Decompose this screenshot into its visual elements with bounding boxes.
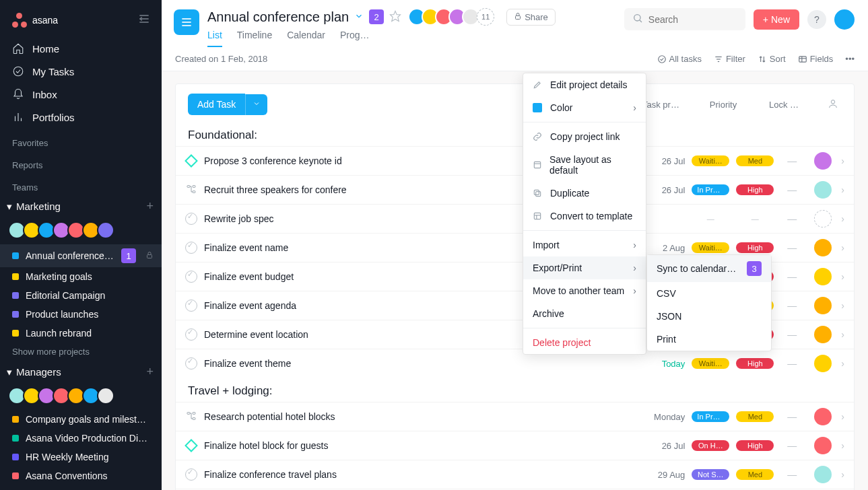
priority-pill[interactable]: High [736,358,774,369]
menu-delete-project[interactable]: Delete project [523,331,646,354]
reports-label[interactable]: Reports [0,151,162,173]
assignee-avatar[interactable] [814,152,832,170]
menu-json[interactable]: JSON [647,305,771,328]
lock-cell[interactable]: — [780,440,803,451]
nav-home[interactable]: Home [0,37,162,60]
col-lock[interactable]: Lock … [764,100,804,110]
sidebar-project-item[interactable]: Asana Video Production Di… [0,429,162,448]
assignee-avatar[interactable] [814,437,832,454]
complete-toggle-icon[interactable] [185,357,197,370]
task-name[interactable]: Finalize event theme [204,358,638,369]
assignee-avatar[interactable] [814,466,832,483]
lock-cell[interactable]: — [780,184,803,195]
lock-cell[interactable]: — [780,271,803,282]
sort-button[interactable]: Sort [758,54,786,64]
progress-pill[interactable]: Waiti… [692,155,729,166]
due-date[interactable]: 26 Jul [644,185,685,195]
priority-pill[interactable]: Med [736,155,774,166]
lock-cell[interactable]: — [780,469,803,480]
chevron-right-icon[interactable]: › [841,469,844,480]
progress-pill[interactable]: On H… [692,440,729,451]
sidebar-project-item[interactable]: Launch rebrand [0,324,162,343]
menu-archive[interactable]: Archive [523,302,646,325]
fields-button[interactable]: Fields [798,54,834,64]
team-marketing-avatars[interactable] [0,217,162,244]
task-row[interactable]: Propose 3 conference keynote id 1 26 Jul… [176,146,854,175]
nav-portfolios[interactable]: Portfolios [0,106,162,129]
help-button[interactable]: ? [807,10,826,29]
due-date[interactable]: Today [644,359,685,369]
task-name[interactable]: Research potential hotel blocks [204,411,638,422]
filter-all-tasks[interactable]: All tasks [657,54,702,64]
nav-inbox[interactable]: Inbox [0,83,162,106]
progress-pill[interactable]: Waiti… [692,242,729,253]
sidebar-project-item[interactable]: Editorial Campaign [0,286,162,305]
task-row[interactable]: Finalize hotel block for guests 26 Jul O… [176,431,854,460]
lock-cell[interactable]: — [780,242,803,253]
task-row[interactable]: Rewrite job spec — — — › [176,204,854,233]
due-date[interactable]: 29 Aug [644,470,685,480]
add-project-icon[interactable]: + [146,365,154,379]
chevron-right-icon[interactable]: › [841,155,844,166]
team-marketing-header[interactable]: ▾Marketing + [0,195,162,217]
chevron-right-icon[interactable]: › [841,242,844,253]
sidebar-project-item[interactable]: Asana Conventions [0,466,162,485]
chevron-right-icon[interactable]: › [841,329,844,340]
add-project-icon[interactable]: + [146,199,154,213]
tab-calendar[interactable]: Calendar [287,30,325,47]
lock-cell[interactable]: — [780,213,803,224]
menu-import[interactable]: Import› [523,234,646,256]
complete-toggle-icon[interactable] [185,328,197,341]
priority-pill[interactable]: Med [736,469,774,480]
task-row[interactable]: Research potential hotel blocks Monday I… [176,402,854,431]
progress-pill[interactable]: Waiti… [692,358,729,369]
chevron-right-icon[interactable]: › [841,358,844,369]
sidebar-project-item[interactable]: Product launches [0,305,162,324]
menu-edit-details[interactable]: Edit project details [523,73,646,96]
filter-button[interactable]: Filter [714,54,745,64]
lock-cell[interactable]: — [780,358,803,369]
project-menu-caret-icon[interactable] [354,11,364,23]
section-title[interactable]: Foundational: [176,122,854,146]
add-task-caret-icon[interactable] [245,94,267,115]
chevron-right-icon[interactable]: › [841,213,844,224]
more-actions-icon[interactable]: ••• [845,54,855,64]
menu-save-layout[interactable]: Save layout as default [523,148,646,182]
menu-duplicate[interactable]: Duplicate [523,182,646,205]
assignee-avatar[interactable] [814,268,832,285]
chevron-right-icon[interactable]: › [841,184,844,195]
menu-sync-calendar[interactable]: Sync to calendar…3 [647,255,771,282]
chevron-right-icon[interactable]: › [841,411,844,422]
sidebar-project-item[interactable]: Company goals and milest… [0,410,162,429]
progress-pill[interactable]: In Pro… [692,411,729,422]
menu-color[interactable]: Color› [523,96,646,119]
complete-toggle-icon[interactable] [185,300,197,312]
assignee-avatar[interactable] [814,239,832,256]
star-icon[interactable] [389,10,401,24]
assignee-avatar[interactable] [814,297,832,314]
due-date[interactable]: 26 Jul [644,441,685,451]
priority-pill[interactable]: Med [736,411,774,422]
assignee-avatar[interactable] [814,355,832,372]
menu-export-print[interactable]: Export/Print› [523,256,646,279]
progress-pill[interactable]: Not S… [692,469,729,480]
tab-timeline[interactable]: Timeline [237,30,272,47]
chevron-right-icon[interactable]: › [841,271,844,282]
col-priority[interactable]: Priority [703,100,743,110]
chevron-right-icon[interactable]: › [841,300,844,311]
sidebar-project-item[interactable]: Marketing goals [0,267,162,286]
tab-list[interactable]: List [207,30,222,47]
col-progress[interactable]: Task progr… [642,100,683,110]
nav-my-tasks[interactable]: My Tasks [0,60,162,83]
progress-empty[interactable]: — [692,213,729,224]
task-name[interactable]: Finalize conference travel plans [204,469,638,480]
task-row[interactable]: Recruit three speakers for confere 26 Ju… [176,175,854,204]
due-date[interactable]: 26 Jul [644,156,685,166]
assignee-avatar[interactable] [814,408,832,425]
sidebar-project-item[interactable]: Annual conference plan 1 [0,244,162,267]
assignee-avatar[interactable] [814,181,832,199]
complete-toggle-icon[interactable] [185,213,197,225]
sidebar-project-item[interactable]: HR Weekly Meeting [0,448,162,466]
menu-csv[interactable]: CSV [647,282,771,305]
section-title[interactable]: Travel + lodging: [176,378,854,402]
